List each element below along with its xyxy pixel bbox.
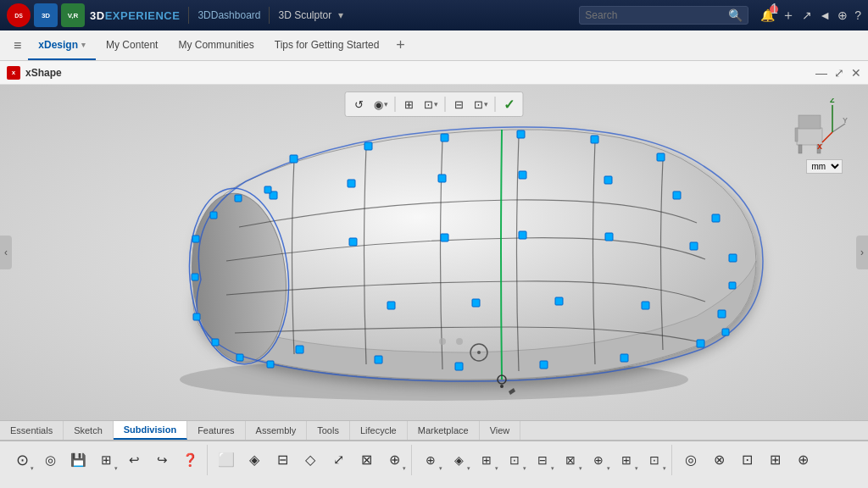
tab-xdesign[interactable]: xDesign ▾ <box>28 30 96 60</box>
tab-tools[interactable]: Tools <box>307 421 350 440</box>
close-button[interactable]: ✕ <box>851 66 861 80</box>
community-icon[interactable]: ⊕ <box>837 8 848 22</box>
hamburger-menu[interactable]: ≡ <box>7 30 28 60</box>
tab-assembly[interactable]: Assembly <box>246 421 308 440</box>
compass-widget: Z Y X mm <box>790 98 858 174</box>
svg-rect-20 <box>690 242 698 250</box>
section-chevron-icon[interactable]: ▾ <box>484 100 488 108</box>
measure-btn[interactable]: ⊟ <box>449 94 470 114</box>
tab-marketplace[interactable]: Marketplace <box>408 421 480 440</box>
rotate-tool-btn[interactable]: ↺ <box>349 94 370 114</box>
import-btn[interactable]: ⊞ <box>92 446 120 474</box>
help-toolbar-btn[interactable]: ❓ <box>176 446 203 474</box>
scale-btn[interactable]: ⊡ <box>733 446 760 474</box>
bevel-btn[interactable]: ⊞ <box>613 446 640 474</box>
grid-view-btn[interactable]: ⊞ <box>399 94 420 114</box>
help-icon[interactable]: ? <box>854 8 861 22</box>
undo-btn[interactable]: ↩ <box>120 446 147 474</box>
tab-essentials[interactable]: Essentials <box>0 421 64 440</box>
svg-rect-4 <box>364 142 372 150</box>
tab-tips[interactable]: Tips for Getting Started <box>264 30 390 60</box>
svg-rect-31 <box>620 354 628 362</box>
svg-point-48 <box>439 338 446 345</box>
right-panel-toggle[interactable]: › <box>856 236 868 269</box>
svg-rect-6 <box>517 130 525 138</box>
svg-rect-23 <box>472 299 480 307</box>
restore-button[interactable]: ⤢ <box>834 66 844 80</box>
display-dropdown-btn[interactable]: ⊡ ▾ <box>421 94 442 114</box>
minimize-button[interactable]: — <box>815 66 827 80</box>
brand-text: 3DEXPERIENCE <box>90 9 180 22</box>
tab-mycontent[interactable]: My Content <box>96 30 168 60</box>
svg-rect-16 <box>349 238 357 246</box>
tab-sketch[interactable]: Sketch <box>64 421 114 440</box>
svg-rect-22 <box>387 302 395 309</box>
confirm-btn[interactable]: ✓ <box>499 94 520 114</box>
search-input[interactable] <box>585 9 728 21</box>
knife-btn[interactable]: ⊠ <box>557 446 584 474</box>
svg-rect-30 <box>540 361 548 369</box>
toolbar-group-navigation: ⊙ ◎ 💾 ⊞ ↩ ↪ ❓ <box>5 445 208 475</box>
svg-rect-52 <box>798 145 802 153</box>
ws-title-right: — ⤢ ✕ <box>815 66 861 80</box>
tab-view[interactable]: View <box>480 421 521 440</box>
add-icon[interactable]: ＋ <box>782 7 795 25</box>
svg-point-47 <box>477 351 481 354</box>
share-icon[interactable]: ↗ <box>802 8 812 22</box>
3d-viewport[interactable]: ↺ ◉ ▾ ⊞ ⊡ ▾ ⊟ ⊡ ▾ ✓ <box>0 85 868 420</box>
unit-select[interactable]: mm <box>806 159 843 174</box>
view-icon: ◉ <box>374 98 383 111</box>
extrude-btn[interactable]: ⊕ <box>417 446 444 474</box>
view-dropdown-btn[interactable]: ◉ ▾ <box>371 94 392 114</box>
crease-btn[interactable]: ⊞ <box>473 446 500 474</box>
rotate-btn[interactable]: ⊗ <box>705 446 732 474</box>
viewport-toolbar: ↺ ◉ ▾ ⊞ ⊡ ▾ ⊟ ⊡ ▾ ✓ <box>345 92 524 117</box>
ws-title-left: x xShape <box>7 66 62 80</box>
tab-lifecycle[interactable]: Lifecycle <box>350 421 408 440</box>
compass-unit-selector[interactable]: mm <box>790 159 858 174</box>
sphere-btn[interactable]: ◈ <box>241 446 268 474</box>
move-btn[interactable]: ◎ <box>677 446 704 474</box>
tab-mycommunities[interactable]: My Communities <box>168 30 264 60</box>
svg-rect-29 <box>455 363 463 370</box>
svg-line-55 <box>832 124 845 132</box>
left-panel-toggle[interactable]: ‹ <box>0 236 12 269</box>
svg-rect-43 <box>722 329 729 336</box>
mirror-btn[interactable]: ⊞ <box>761 446 788 474</box>
notification-icon[interactable]: 🔔 1 <box>760 8 775 22</box>
display-chevron-icon[interactable]: ▾ <box>434 100 438 108</box>
box-btn[interactable]: ⬜ <box>213 446 240 474</box>
subdivide-btn[interactable]: ◈ <box>445 446 472 474</box>
svg-rect-25 <box>642 302 649 309</box>
more-shapes-btn[interactable]: ⊕ <box>381 446 408 474</box>
array-btn[interactable]: ⊕ <box>789 446 816 474</box>
save-btn[interactable]: 💾 <box>64 446 92 474</box>
svg-rect-7 <box>591 136 598 143</box>
section-dropdown-btn[interactable]: ⊡ ▾ <box>471 94 492 114</box>
loop-cut-btn[interactable]: ⊕ <box>585 446 612 474</box>
torus-btn[interactable]: ⊠ <box>353 446 380 474</box>
bottom-tabs: Essentials Sketch Subdivision Features A… <box>0 420 868 441</box>
bridge-btn[interactable]: ⊡ <box>501 446 528 474</box>
back-icon[interactable]: ◄ <box>819 8 831 22</box>
cylinder-btn[interactable]: ⊟ <box>269 446 296 474</box>
svg-rect-26 <box>718 310 726 318</box>
cone-btn[interactable]: ◇ <box>297 446 324 474</box>
display-icon: ⊡ <box>424 98 433 111</box>
divider2 <box>269 7 270 24</box>
new-tab-button[interactable]: + <box>389 30 412 60</box>
smooth-btn[interactable]: ⊡ <box>641 446 668 474</box>
app-dropdown-btn[interactable]: ▾ <box>338 9 343 21</box>
compass-cube-wrapper[interactable]: Z Y X <box>790 98 849 158</box>
tab-features[interactable]: Features <box>187 421 245 440</box>
plane-btn[interactable]: ⤢ <box>325 446 352 474</box>
search-bar: 🔍 <box>579 6 748 25</box>
xdesign-chevron: ▾ <box>81 41 86 49</box>
select-tool-btn[interactable]: ⊙ <box>8 446 36 474</box>
fill-btn[interactable]: ⊟ <box>529 446 556 474</box>
zoom-fit-btn[interactable]: ◎ <box>36 446 64 474</box>
redo-btn[interactable]: ↪ <box>148 446 175 474</box>
tab-subdivision[interactable]: Subdivision <box>114 421 187 440</box>
toolbar-separator2 <box>445 97 446 112</box>
view-chevron-icon[interactable]: ▾ <box>384 100 388 108</box>
